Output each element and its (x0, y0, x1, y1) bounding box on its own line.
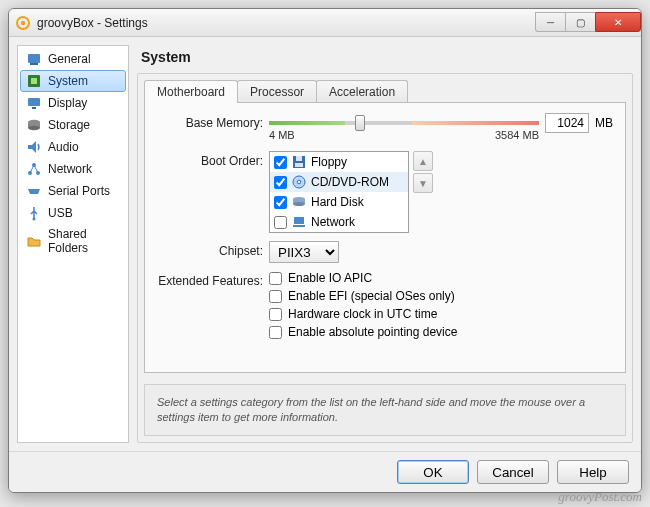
svg-rect-5 (31, 78, 37, 84)
disc-icon (291, 174, 307, 190)
boot-item-label: Network (311, 215, 355, 229)
ext-label: Enable absolute pointing device (288, 325, 457, 339)
settings-panel: Motherboard Processor Acceleration Base … (137, 73, 633, 443)
svg-rect-18 (295, 163, 303, 167)
network-icon (26, 161, 42, 177)
boot-item-harddisk[interactable]: Hard Disk (270, 192, 408, 212)
sidebar-item-label: System (48, 74, 88, 88)
sidebar-item-general[interactable]: General (20, 48, 126, 70)
boot-move-down-button[interactable]: ▼ (413, 173, 433, 193)
sidebar-item-label: Shared Folders (48, 227, 120, 255)
svg-rect-17 (296, 156, 302, 161)
boot-item-label: Floppy (311, 155, 347, 169)
maximize-button[interactable]: ▢ (565, 12, 595, 32)
tabs: Motherboard Processor Acceleration (138, 74, 632, 103)
sidebar-item-system[interactable]: System (20, 70, 126, 92)
memory-max-label: 3584 MB (495, 129, 539, 141)
svg-point-15 (33, 218, 36, 221)
cancel-button[interactable]: Cancel (477, 460, 549, 484)
ext-label: Hardware clock in UTC time (288, 307, 437, 321)
boot-order-label: Boot Order: (157, 151, 269, 168)
boot-item-network[interactable]: Network (270, 212, 408, 232)
checkbox-utc[interactable] (269, 308, 282, 321)
svg-rect-25 (293, 225, 305, 227)
tab-acceleration[interactable]: Acceleration (316, 80, 408, 103)
tab-page-motherboard: Base Memory: 4 MB 3584 MB 1024 (144, 102, 626, 373)
tab-processor[interactable]: Processor (237, 80, 317, 103)
sidebar-item-label: Audio (48, 140, 79, 154)
sidebar: General System Display Storage Audio Net… (17, 45, 129, 443)
content: System Motherboard Processor Acceleratio… (137, 45, 633, 443)
sidebar-item-label: Display (48, 96, 87, 110)
titlebar[interactable]: groovyBox - Settings ─ ▢ ✕ (9, 9, 641, 37)
svg-point-23 (293, 202, 305, 206)
window-title: groovyBox - Settings (37, 16, 148, 30)
boot-item-label: Hard Disk (311, 195, 364, 209)
network-boot-icon (291, 214, 307, 230)
sidebar-item-label: USB (48, 206, 73, 220)
ext-label: Enable IO APIC (288, 271, 372, 285)
audio-icon (26, 139, 42, 155)
system-icon (26, 73, 42, 89)
extended-features-label: Extended Features: (157, 271, 269, 288)
dialog-buttons: OK Cancel Help (9, 451, 641, 492)
window-buttons: ─ ▢ ✕ (535, 13, 641, 32)
boot-check-network[interactable] (274, 216, 287, 229)
ok-button[interactable]: OK (397, 460, 469, 484)
floppy-icon (291, 154, 307, 170)
svg-point-10 (28, 126, 40, 130)
svg-point-1 (21, 20, 25, 24)
boot-item-floppy[interactable]: Floppy (270, 152, 408, 172)
boot-check-cddvd[interactable] (274, 176, 287, 189)
slider-track (269, 121, 539, 125)
sidebar-item-audio[interactable]: Audio (20, 136, 126, 158)
display-icon (26, 95, 42, 111)
harddisk-icon (291, 194, 307, 210)
ext-abs-pointer[interactable]: Enable absolute pointing device (269, 325, 613, 339)
boot-check-harddisk[interactable] (274, 196, 287, 209)
boot-order-list[interactable]: Floppy CD/DVD-ROM (269, 151, 409, 233)
slider-thumb[interactable] (355, 115, 365, 131)
svg-point-20 (297, 180, 301, 184)
checkbox-efi[interactable] (269, 290, 282, 303)
tab-motherboard[interactable]: Motherboard (144, 80, 238, 103)
folder-icon (26, 233, 42, 249)
general-icon (26, 51, 42, 67)
ext-utc[interactable]: Hardware clock in UTC time (269, 307, 613, 321)
sidebar-item-label: Storage (48, 118, 90, 132)
base-memory-label: Base Memory: (157, 113, 269, 130)
sidebar-item-serial[interactable]: Serial Ports (20, 180, 126, 202)
memory-value-input[interactable]: 1024 (545, 113, 589, 133)
sidebar-item-shared[interactable]: Shared Folders (20, 224, 126, 258)
minimize-button[interactable]: ─ (535, 12, 565, 32)
ext-io-apic[interactable]: Enable IO APIC (269, 271, 613, 285)
sidebar-item-label: Network (48, 162, 92, 176)
svg-rect-24 (294, 217, 304, 224)
ext-label: Enable EFI (special OSes only) (288, 289, 455, 303)
sidebar-item-usb[interactable]: USB (20, 202, 126, 224)
chipset-select[interactable]: PIIX3 (269, 241, 339, 263)
checkbox-io-apic[interactable] (269, 272, 282, 285)
sidebar-item-label: General (48, 52, 91, 66)
page-title: System (137, 45, 633, 73)
memory-unit: MB (595, 116, 613, 130)
help-button[interactable]: Help (557, 460, 629, 484)
sidebar-item-display[interactable]: Display (20, 92, 126, 114)
ext-efi[interactable]: Enable EFI (special OSes only) (269, 289, 613, 303)
boot-move-up-button[interactable]: ▲ (413, 151, 433, 171)
chipset-label: Chipset: (157, 241, 269, 258)
serial-icon (26, 183, 42, 199)
sidebar-item-network[interactable]: Network (20, 158, 126, 180)
close-button[interactable]: ✕ (595, 12, 641, 32)
svg-rect-6 (28, 98, 40, 106)
svg-rect-2 (28, 54, 40, 63)
base-memory-slider[interactable]: 4 MB 3584 MB 1024 MB (269, 113, 589, 143)
sidebar-item-label: Serial Ports (48, 184, 110, 198)
boot-item-cddvd[interactable]: CD/DVD-ROM (270, 172, 408, 192)
sidebar-item-storage[interactable]: Storage (20, 114, 126, 136)
boot-item-label: CD/DVD-ROM (311, 175, 389, 189)
memory-min-label: 4 MB (269, 129, 295, 141)
hint-text: Select a settings category from the list… (144, 384, 626, 436)
boot-check-floppy[interactable] (274, 156, 287, 169)
checkbox-abs-pointer[interactable] (269, 326, 282, 339)
